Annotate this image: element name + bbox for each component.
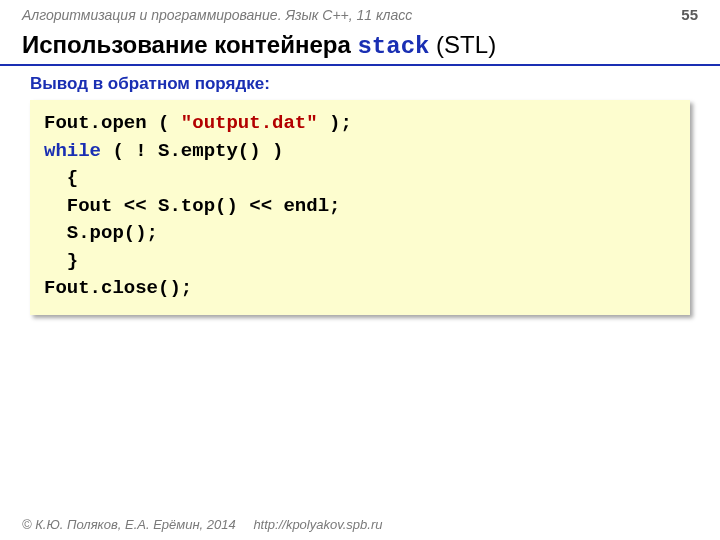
code-l6: }: [44, 250, 78, 272]
code-l3: {: [44, 167, 78, 189]
code-l1b: );: [318, 112, 352, 134]
code-l4: Fout << S.top() << endl;: [44, 195, 340, 217]
code-l5: S.pop();: [44, 222, 158, 244]
code-l2a: ( ! S.empty() ): [101, 140, 283, 162]
title-mono: stack: [357, 33, 429, 60]
code-string: "output.dat": [181, 112, 318, 134]
course-label: Алгоритмизация и программирование. Язык …: [22, 7, 412, 23]
copyright: © К.Ю. Поляков, Е.А. Ерёмин, 2014: [22, 517, 236, 532]
code-l1a: Fout.open (: [44, 112, 181, 134]
footer-url: http://kpolyakov.spb.ru: [253, 517, 382, 532]
title-post: (STL): [429, 31, 496, 58]
title-pre: Использование контейнера: [22, 31, 357, 58]
slide-title: Использование контейнера stack (STL): [0, 25, 720, 66]
slide-footer: © К.Ю. Поляков, Е.А. Ерёмин, 2014 http:/…: [22, 517, 382, 532]
slide-header: Алгоритмизация и программирование. Язык …: [0, 0, 720, 25]
code-l7: Fout.close();: [44, 277, 192, 299]
page-number: 55: [681, 6, 698, 23]
code-block: Fout.open ( "output.dat" ); while ( ! S.…: [30, 100, 690, 315]
code-keyword-while: while: [44, 140, 101, 162]
section-subhead: Вывод в обратном порядке:: [0, 66, 720, 100]
